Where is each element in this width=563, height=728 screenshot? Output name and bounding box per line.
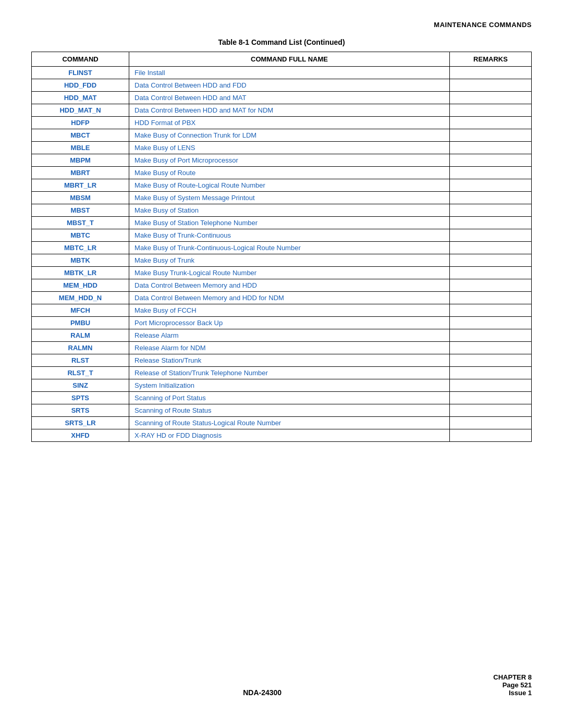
table-row: MBTK_LRMake Busy Trunk-Logical Route Num… [32, 267, 532, 279]
footer-chapter-info: CHAPTER 8 Page 521 Issue 1 [493, 673, 532, 697]
table-row: RLST_TRelease of Station/Trunk Telephone… [32, 367, 532, 379]
cell-command: XHFD [32, 429, 129, 442]
cell-command: MBRT [32, 167, 129, 179]
col-full-name: Command Full Name [129, 52, 450, 67]
cell-command: FLINST [32, 67, 129, 79]
cell-remarks [449, 354, 531, 367]
table-row: SRTSScanning of Route Status [32, 404, 532, 417]
cell-full-name: File Install [129, 67, 450, 79]
cell-full-name: Scanning of Route Status [129, 404, 450, 417]
table-row: XHFDX-RAY HD or FDD Diagnosis [32, 429, 532, 442]
cell-full-name: Make Busy of Route-Logical Route Number [129, 179, 450, 192]
cell-remarks [449, 192, 531, 204]
table-row: HDD_MATData Control Between HDD and MAT [32, 92, 532, 104]
table-row: MFCHMake Busy of FCCH [32, 304, 532, 317]
table-row: HDFPHDD Format of PBX [32, 117, 532, 129]
cell-full-name: System Initialization [129, 379, 450, 392]
cell-command: MBPM [32, 154, 129, 167]
cell-full-name: Make Busy of Station [129, 204, 450, 217]
table-row: HDD_MAT_NData Control Between HDD and MA… [32, 104, 532, 117]
cell-full-name: Scanning of Route Status-Logical Route N… [129, 417, 450, 429]
cell-remarks [449, 404, 531, 417]
table-header-row: Command Command Full Name Remarks [32, 52, 532, 67]
cell-command: MEM_HDD [32, 279, 129, 292]
cell-remarks [449, 329, 531, 342]
cell-remarks [449, 304, 531, 317]
cell-remarks [449, 292, 531, 304]
cell-remarks [449, 79, 531, 92]
cell-command: MBST_T [32, 217, 129, 229]
cell-remarks [449, 217, 531, 229]
cell-command: MEM_HDD_N [32, 292, 129, 304]
table-row: MBST_TMake Busy of Station Telephone Num… [32, 217, 532, 229]
cell-remarks [449, 242, 531, 254]
cell-full-name: Make Busy of Port Microprocessor [129, 154, 450, 167]
cell-full-name: HDD Format of PBX [129, 117, 450, 129]
cell-command: MBTK [32, 254, 129, 267]
cell-remarks [449, 204, 531, 217]
table-row: MBCTMake Busy of Connection Trunk for LD… [32, 129, 532, 142]
cell-full-name: Make Busy of FCCH [129, 304, 450, 317]
table-row: SRTS_LRScanning of Route Status-Logical … [32, 417, 532, 429]
cell-command: MBLE [32, 142, 129, 154]
table-row: MBRTMake Busy of Route [32, 167, 532, 179]
cell-command: SRTS [32, 404, 129, 417]
cell-full-name: Scanning of Port Status [129, 392, 450, 404]
footer-chapter: CHAPTER 8 [493, 673, 532, 681]
footer-doc-number: NDA-24300 [31, 688, 493, 697]
table-row: HDD_FDDData Control Between HDD and FDD [32, 79, 532, 92]
table-row: MEM_HDD_NData Control Between Memory and… [32, 292, 532, 304]
cell-command: MBST [32, 204, 129, 217]
cell-command: MBTK_LR [32, 267, 129, 279]
table-row: MBTKMake Busy of Trunk [32, 254, 532, 267]
cell-remarks [449, 167, 531, 179]
cell-command: HDFP [32, 117, 129, 129]
table-row: MBSMMake Busy of System Message Printout [32, 192, 532, 204]
cell-full-name: Data Control Between HDD and MAT [129, 92, 450, 104]
cell-remarks [449, 179, 531, 192]
table-row: SINZSystem Initialization [32, 379, 532, 392]
table-row: SPTSScanning of Port Status [32, 392, 532, 404]
footer-issue: Issue 1 [493, 689, 532, 697]
col-command: Command [32, 52, 129, 67]
cell-full-name: Data Control Between HDD and FDD [129, 79, 450, 92]
table-row: PMBUPort Microprocessor Back Up [32, 317, 532, 329]
cell-command: RLST [32, 354, 129, 367]
table-row: MEM_HDDData Control Between Memory and H… [32, 279, 532, 292]
cell-command: MBRT_LR [32, 179, 129, 192]
cell-remarks [449, 429, 531, 442]
cell-remarks [449, 392, 531, 404]
cell-command: RLST_T [32, 367, 129, 379]
cell-command: MBTC [32, 229, 129, 242]
cell-full-name: Make Busy of Connection Trunk for LDM [129, 129, 450, 142]
cell-remarks [449, 417, 531, 429]
cell-full-name: Release of Station/Trunk Telephone Numbe… [129, 367, 450, 379]
page-footer: NDA-24300 CHAPTER 8 Page 521 Issue 1 [31, 652, 532, 697]
cell-full-name: Make Busy of Trunk-Continuous [129, 229, 450, 242]
table-row: MBTC_LRMake Busy of Trunk-Continuous-Log… [32, 242, 532, 254]
cell-full-name: Data Control Between Memory and HDD for … [129, 292, 450, 304]
cell-command: HDD_MAT [32, 92, 129, 104]
cell-full-name: Release Alarm for NDM [129, 342, 450, 354]
cell-remarks [449, 279, 531, 292]
cell-full-name: X-RAY HD or FDD Diagnosis [129, 429, 450, 442]
cell-full-name: Make Busy of Trunk-Continuous-Logical Ro… [129, 242, 450, 254]
cell-full-name: Data Control Between HDD and MAT for NDM [129, 104, 450, 117]
cell-full-name: Make Busy of Trunk [129, 254, 450, 267]
page: MAINTENANCE COMMANDS Table 8-1 Command L… [0, 0, 563, 728]
cell-remarks [449, 317, 531, 329]
cell-full-name: Make Busy of Station Telephone Number [129, 217, 450, 229]
cell-remarks [449, 92, 531, 104]
cell-remarks [449, 104, 531, 117]
cell-full-name: Make Busy of Route [129, 167, 450, 179]
table-row: MBSTMake Busy of Station [32, 204, 532, 217]
header-title: MAINTENANCE COMMANDS [434, 21, 532, 29]
cell-command: RALMN [32, 342, 129, 354]
cell-command: HDD_FDD [32, 79, 129, 92]
cell-remarks [449, 129, 531, 142]
cell-command: SPTS [32, 392, 129, 404]
footer-page: Page 521 [493, 681, 532, 689]
cell-full-name: Data Control Between Memory and HDD [129, 279, 450, 292]
cell-command: MBTC_LR [32, 242, 129, 254]
cell-command: RALM [32, 329, 129, 342]
